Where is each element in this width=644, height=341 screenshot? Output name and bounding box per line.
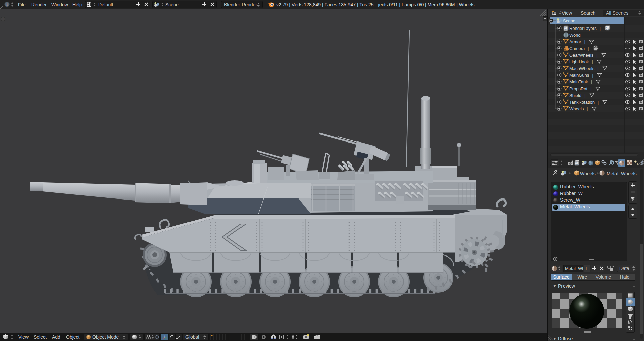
svg-text:i: i	[6, 2, 7, 6]
